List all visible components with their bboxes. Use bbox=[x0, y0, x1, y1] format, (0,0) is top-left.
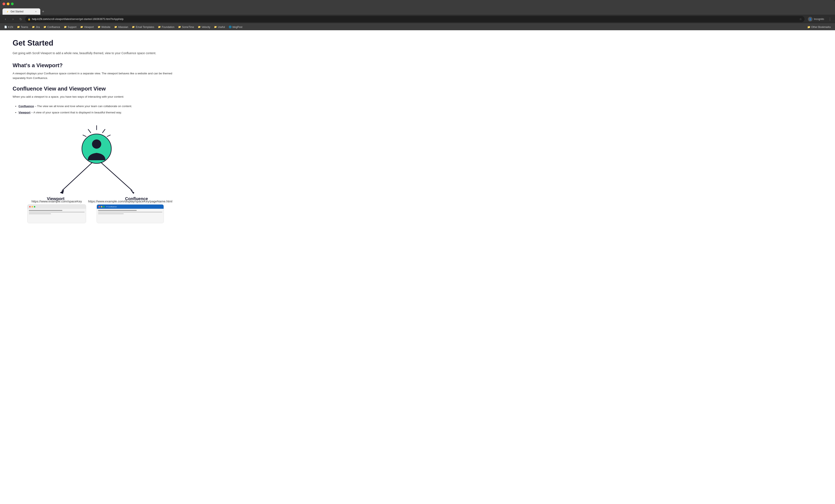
tab-close-button[interactable]: × bbox=[35, 10, 37, 13]
bookmark-folder-icon: 📁 bbox=[80, 26, 83, 28]
browser-menu-button[interactable]: ⋮ bbox=[828, 16, 833, 22]
confluence-mock-tab-label: ✕ Confluence bbox=[106, 206, 117, 208]
url-text: help.k15t.com/scroll-viewport/latest/ser… bbox=[32, 18, 123, 21]
bookmark-label: Velocity bbox=[202, 26, 210, 28]
viewport-browser-mockup bbox=[27, 204, 86, 223]
other-bookmarks[interactable]: 📁 Other Bookmarks bbox=[806, 25, 833, 29]
bookmark-viewport[interactable]: 📁Viewport bbox=[79, 25, 95, 29]
back-button[interactable]: ‹ bbox=[2, 16, 8, 22]
mock-dot-green bbox=[34, 206, 35, 207]
bookmark-label: Foundation bbox=[162, 26, 174, 28]
bookmark-folder-icon: 📁 bbox=[114, 26, 117, 28]
bookmark-foundation[interactable]: 📁Foundation bbox=[156, 25, 176, 29]
mock-line bbox=[98, 212, 162, 213]
svg-text:⚡: ⚡ bbox=[6, 11, 9, 13]
bullet-desc-confluence: – The view we all know and love where yo… bbox=[35, 105, 132, 108]
page-content: Get Started Get going with Scroll Viewpo… bbox=[0, 30, 835, 504]
diagram-mockups: https://www.example.com/spaceKey bbox=[23, 198, 170, 223]
forward-button[interactable]: › bbox=[10, 16, 16, 22]
url-path: /scroll-viewport/latest/server/get-start… bbox=[48, 18, 124, 21]
viewport-mock-body bbox=[27, 209, 86, 223]
tab-favicon: ⚡ bbox=[6, 10, 9, 13]
bookmark-atlassian[interactable]: 📁Atlassian bbox=[113, 25, 130, 29]
bookmark-label: Jira bbox=[36, 26, 40, 28]
new-tab-button[interactable]: + bbox=[40, 8, 46, 15]
bookmark-jira[interactable]: 📁Jira bbox=[30, 25, 41, 29]
bullet-term-viewport: Viewport bbox=[19, 111, 30, 114]
maximize-traffic-light[interactable] bbox=[11, 2, 14, 5]
bookmark-confluence[interactable]: 📁Confluence bbox=[42, 25, 62, 29]
browser-window: ⚡ Get Started × + ‹ › ↻ 🔒 help.k15t.com/… bbox=[0, 0, 835, 504]
bookmarks-container: 📄K15t📁Teams📁Jira📁Confluence📁Support📁View… bbox=[2, 25, 805, 29]
bookmark-label: Support bbox=[68, 26, 77, 28]
page-title: Get Started bbox=[13, 39, 181, 47]
svg-line-3 bbox=[88, 129, 91, 133]
bookmark-folder-icon: 📁 bbox=[32, 26, 35, 28]
section-heading-viewport: What's a Viewport? bbox=[13, 62, 181, 69]
confluence-mock-body bbox=[97, 209, 164, 223]
bookmark-support[interactable]: 📁Support bbox=[62, 25, 78, 29]
profile-button[interactable]: 👤 Incognito bbox=[806, 16, 826, 22]
profile-avatar: 👤 bbox=[808, 17, 813, 21]
bookmark-label: Atlassian bbox=[118, 26, 128, 28]
close-traffic-light[interactable] bbox=[2, 2, 5, 5]
bookmark-velocity[interactable]: 📁Velocity bbox=[196, 25, 212, 29]
bookmark-k15t[interactable]: 📄K15t bbox=[2, 25, 15, 29]
star-button[interactable]: ☆ bbox=[799, 17, 802, 21]
mock-dot-yellow bbox=[32, 206, 33, 207]
diagram-section: Viewport Confluence https://www.example.… bbox=[23, 121, 170, 223]
bookmark-website[interactable]: 📁Website bbox=[96, 25, 112, 29]
address-bar: ‹ › ↻ 🔒 help.k15t.com/scroll-viewport/la… bbox=[0, 15, 835, 23]
tab-bar: ⚡ Get Started × + bbox=[0, 7, 835, 15]
svg-line-9 bbox=[62, 162, 93, 191]
bookmark-label: K15t bbox=[8, 26, 13, 28]
mock-line bbox=[98, 210, 137, 211]
confluence-url: https://www.example.com/display/spaceKey… bbox=[88, 200, 172, 203]
page-subtitle: Get going with Scroll Viewport to add a … bbox=[13, 51, 181, 56]
content-wrapper: Get Started Get going with Scroll Viewpo… bbox=[13, 39, 181, 223]
bookmark-folder-icon: 📁 bbox=[178, 26, 181, 28]
bullet-list: Confluence – The view we all know and lo… bbox=[13, 104, 181, 115]
minimize-traffic-light[interactable] bbox=[7, 2, 9, 5]
bullet-term-confluence: Confluence bbox=[19, 105, 34, 108]
bookmark-label: SomeTime bbox=[182, 26, 194, 28]
bookmark-label: Useful bbox=[218, 26, 225, 28]
mock-line bbox=[98, 213, 124, 214]
active-tab[interactable]: ⚡ Get Started × bbox=[2, 8, 40, 15]
bookmark-blogpost[interactable]: 🌐blogPost bbox=[227, 25, 244, 29]
svg-point-8 bbox=[92, 139, 101, 149]
reload-button[interactable]: ↻ bbox=[18, 16, 23, 22]
svg-line-11 bbox=[101, 162, 132, 191]
viewport-url: https://www.example.com/spaceKey bbox=[32, 200, 82, 203]
section-heading-views: Confluence View and Viewport View bbox=[13, 85, 181, 92]
bookmark-folder-icon: 📁 bbox=[198, 26, 201, 28]
bullet-desc-viewport: – A view of your space content that is d… bbox=[31, 111, 122, 114]
profile-label: Incognito bbox=[814, 18, 824, 21]
bookmark-label: Viewport bbox=[84, 26, 94, 28]
traffic-lights bbox=[2, 2, 14, 5]
bookmark-useful[interactable]: 📁Useful bbox=[212, 25, 227, 29]
bookmark-teams[interactable]: 📁Teams bbox=[15, 25, 30, 29]
bookmarks-folder-icon: 📁 bbox=[807, 26, 810, 28]
svg-line-5 bbox=[83, 135, 86, 137]
bookmark-email-templates[interactable]: 📁Email Templates bbox=[130, 25, 156, 29]
bookmark-sometime[interactable]: 📁SomeTime bbox=[177, 25, 196, 29]
mock-dot-red bbox=[29, 206, 30, 207]
other-bookmarks-label: Other Bookmarks bbox=[811, 26, 831, 28]
bookmark-folder-icon: 📁 bbox=[132, 26, 135, 28]
confluence-mock-top: ✕ Confluence bbox=[97, 204, 164, 209]
tab-title: Get Started bbox=[11, 10, 23, 13]
bookmark-label: Website bbox=[101, 26, 110, 28]
section-text-views: When you add a viewport to a space, you … bbox=[13, 95, 181, 99]
lock-icon: 🔒 bbox=[28, 18, 30, 21]
mock-dot-red bbox=[99, 206, 100, 207]
bookmark-folder-icon: 📁 bbox=[158, 26, 161, 28]
title-bar bbox=[0, 0, 835, 7]
bookmark-label: blogPost bbox=[232, 26, 242, 28]
svg-line-4 bbox=[102, 129, 105, 133]
bookmark-folder-icon: 📁 bbox=[17, 26, 20, 28]
list-item: Confluence – The view we all know and lo… bbox=[19, 104, 181, 108]
bookmark-folder-icon: 📄 bbox=[4, 26, 7, 28]
section-text-viewport: A viewport displays your Confluence spac… bbox=[13, 71, 181, 80]
url-bar[interactable]: 🔒 help.k15t.com/scroll-viewport/latest/s… bbox=[25, 16, 805, 22]
